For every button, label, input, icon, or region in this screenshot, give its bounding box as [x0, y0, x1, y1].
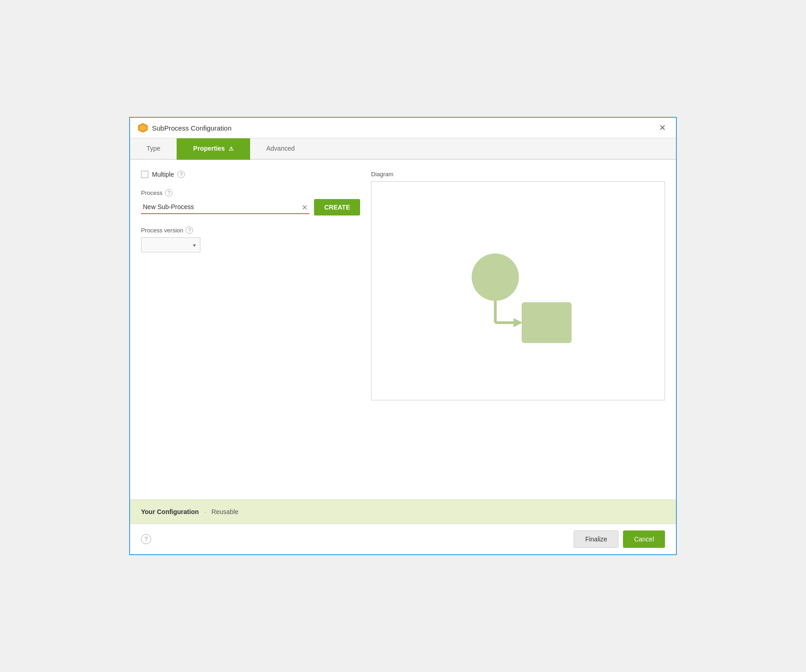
footer-actions: ? Finalize Cancel — [130, 524, 676, 554]
tab-advanced[interactable]: Advanced — [250, 138, 311, 160]
right-panel: Diagram — [371, 171, 665, 488]
multiple-label: Multiple — [152, 171, 174, 178]
footer-config-bar: Your Configuration · Reusable — [130, 499, 676, 524]
diagram-label: Diagram — [371, 171, 665, 178]
process-input[interactable] — [141, 200, 309, 214]
finalize-button[interactable]: Finalize — [574, 530, 618, 548]
footer-buttons: Finalize Cancel — [574, 530, 665, 548]
tab-type[interactable]: Type — [130, 138, 177, 160]
app-icon — [137, 122, 148, 133]
main-content: Multiple ? Process ? ✕ CREATE — [130, 160, 676, 499]
svg-point-2 — [471, 253, 519, 301]
subprocess-configuration-dialog: SubProcess Configuration ✕ Type Properti… — [129, 117, 677, 555]
version-select[interactable] — [141, 237, 200, 252]
process-input-row: ✕ CREATE — [141, 199, 360, 215]
svg-rect-6 — [522, 302, 572, 343]
process-version-field: Process version ? — [141, 226, 360, 252]
config-label: Your Configuration — [141, 508, 199, 515]
process-label: Process ? — [141, 189, 360, 196]
version-select-wrapper — [141, 237, 200, 252]
process-clear-button[interactable]: ✕ — [302, 203, 308, 212]
process-help-icon[interactable]: ? — [165, 189, 173, 196]
title-bar: SubProcess Configuration ✕ — [130, 118, 676, 138]
process-version-label: Process version ? — [141, 226, 360, 234]
tab-bar: Type Properties ⚠ Advanced — [130, 138, 676, 160]
multiple-row: Multiple ? — [141, 171, 360, 178]
tab-properties[interactable]: Properties ⚠ — [177, 138, 250, 160]
footer-help-icon[interactable]: ? — [141, 534, 151, 544]
config-dot: · — [204, 508, 206, 515]
svg-marker-5 — [513, 318, 523, 327]
diagram-svg — [372, 182, 665, 400]
tab-warning-icon: ⚠ — [229, 146, 234, 152]
create-button[interactable]: CREATE — [314, 199, 360, 215]
process-field: Process ? ✕ CREATE — [141, 189, 360, 215]
multiple-checkbox[interactable] — [141, 171, 148, 178]
process-input-wrapper: ✕ — [141, 200, 309, 214]
title-bar-left: SubProcess Configuration — [137, 122, 231, 133]
diagram-area — [371, 181, 665, 400]
left-panel: Multiple ? Process ? ✕ CREATE — [141, 171, 360, 488]
process-version-help-icon[interactable]: ? — [186, 226, 193, 234]
config-value: Reusable — [211, 508, 238, 515]
cancel-button[interactable]: Cancel — [623, 530, 665, 548]
multiple-help-icon[interactable]: ? — [178, 171, 185, 178]
close-button[interactable]: ✕ — [656, 123, 669, 133]
dialog-title: SubProcess Configuration — [152, 124, 231, 132]
